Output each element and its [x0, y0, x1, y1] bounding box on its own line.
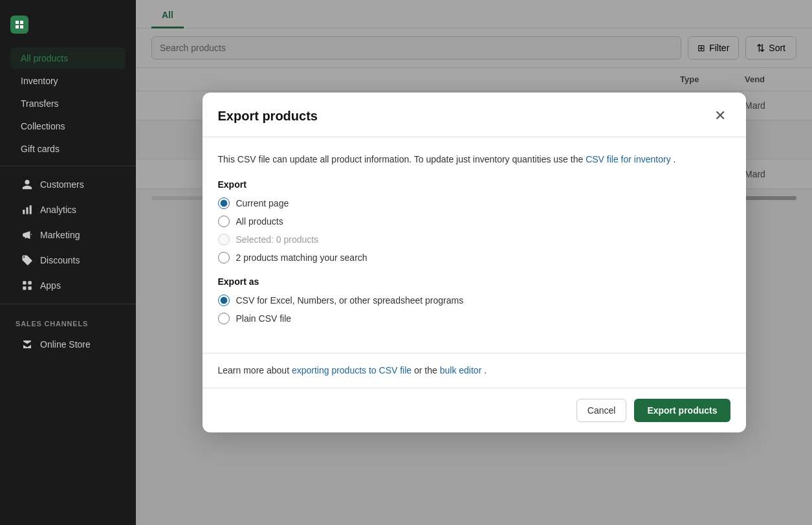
apps-icon — [21, 279, 34, 292]
sidebar-item-gift-cards[interactable]: Gift cards — [10, 138, 126, 160]
gift-cards-label: Gift cards — [21, 144, 60, 154]
svg-rect-2 — [16, 25, 19, 28]
export-as-option-plain-csv[interactable]: Plain CSV file — [218, 313, 730, 324]
sidebar-item-discounts[interactable]: Discounts — [10, 248, 126, 273]
modal-overlay: Export products ✕ This CSV file can upda… — [136, 0, 812, 525]
sidebar-item-inventory[interactable]: Inventory — [10, 70, 126, 92]
modal-description: This CSV file can update all product inf… — [218, 153, 730, 166]
main-content: All ⊞ Filter ⇅ Sort Type Vend k Mard — [136, 0, 812, 525]
export-as-radio-group: CSV for Excel, Numbers, or other spreads… — [218, 295, 730, 324]
export-option-selected-products[interactable]: Selected: 0 products — [218, 234, 730, 245]
sidebar-item-analytics[interactable]: Analytics — [10, 197, 126, 222]
export-radio-selected-products[interactable] — [218, 234, 230, 245]
export-radio-current-page[interactable] — [218, 197, 230, 209]
brand — [10, 13, 126, 41]
svg-rect-0 — [16, 21, 19, 24]
sidebar-item-collections[interactable]: Collections — [10, 115, 126, 137]
export-section-label: Export — [218, 179, 730, 190]
bulk-editor-link[interactable]: bulk editor — [440, 365, 482, 375]
modal-body: This CSV file can update all product inf… — [203, 137, 746, 353]
sales-channels-label: SALES CHANNELS — [0, 309, 136, 331]
export-option-all-products-label: All products — [236, 216, 283, 227]
export-radio-all-products[interactable] — [218, 216, 230, 227]
inventory-label: Inventory — [21, 76, 58, 86]
csv-inventory-link[interactable]: CSV file for inventory — [586, 154, 671, 164]
marketing-label: Marketing — [40, 230, 80, 240]
export-as-radio-plain-csv[interactable] — [218, 313, 230, 324]
export-products-button[interactable]: Export products — [634, 399, 730, 422]
export-option-current-page-label: Current page — [236, 198, 289, 208]
all-products-label: All products — [21, 53, 68, 63]
analytics-label: Analytics — [40, 205, 76, 215]
bar-chart-icon — [21, 203, 34, 216]
export-option-current-page[interactable]: Current page — [218, 197, 730, 209]
tag-icon — [21, 254, 34, 267]
modal-footer-text: Learn more about exporting products to C… — [203, 353, 746, 388]
customers-label: Customers — [40, 179, 84, 190]
transfers-label: Transfers — [21, 98, 59, 109]
export-radio-group: Current page All products Selected: 0 pr… — [218, 197, 730, 263]
svg-rect-3 — [20, 25, 23, 28]
sidebar-item-transfers[interactable]: Transfers — [10, 93, 126, 115]
sidebar-item-all-products[interactable]: All products — [10, 47, 126, 69]
export-option-all-products[interactable]: All products — [218, 216, 730, 227]
svg-rect-5 — [27, 207, 28, 214]
modal-actions: Cancel Export products — [203, 388, 746, 432]
sidebar-item-marketing[interactable]: Marketing — [10, 223, 126, 247]
export-modal: Export products ✕ This CSV file can upda… — [203, 93, 746, 432]
export-option-selected-products-label: Selected: 0 products — [236, 234, 319, 245]
export-as-section-label: Export as — [218, 276, 730, 287]
export-as-option-csv-excel[interactable]: CSV for Excel, Numbers, or other spreads… — [218, 295, 730, 306]
modal-title: Export products — [218, 109, 318, 124]
modal-header: Export products ✕ — [203, 93, 746, 137]
svg-rect-9 — [23, 287, 26, 290]
modal-close-button[interactable]: ✕ — [710, 106, 730, 126]
svg-rect-6 — [30, 205, 32, 214]
export-option-search-match[interactable]: 2 products matching your search — [218, 252, 730, 263]
person-icon — [21, 178, 34, 191]
collections-label: Collections — [21, 121, 65, 131]
export-as-option-plain-csv-label: Plain CSV file — [236, 313, 292, 324]
svg-rect-10 — [28, 287, 32, 290]
svg-rect-8 — [28, 281, 32, 284]
megaphone-icon — [21, 229, 34, 241]
sidebar-item-customers[interactable]: Customers — [10, 172, 126, 197]
store-icon — [21, 338, 34, 351]
divider2 — [0, 304, 136, 304]
online-store-label: Online Store — [40, 339, 91, 350]
export-option-search-match-label: 2 products matching your search — [236, 252, 368, 263]
svg-rect-1 — [20, 21, 23, 24]
export-as-radio-csv-excel[interactable] — [218, 295, 230, 306]
brand-logo — [10, 16, 28, 34]
cancel-button[interactable]: Cancel — [576, 399, 627, 422]
sidebar-item-online-store[interactable]: Online Store — [10, 332, 126, 357]
export-as-option-csv-excel-label: CSV for Excel, Numbers, or other spreads… — [236, 295, 464, 306]
svg-rect-7 — [23, 281, 26, 284]
exporting-products-link[interactable]: exporting products to CSV file — [292, 365, 411, 375]
svg-rect-4 — [23, 210, 25, 214]
discounts-label: Discounts — [40, 255, 80, 265]
divider — [0, 166, 136, 166]
sidebar-item-apps[interactable]: Apps — [10, 273, 126, 298]
sidebar: All products Inventory Transfers Collect… — [0, 0, 136, 525]
apps-label: Apps — [40, 280, 61, 291]
export-radio-search-match[interactable] — [218, 252, 230, 263]
